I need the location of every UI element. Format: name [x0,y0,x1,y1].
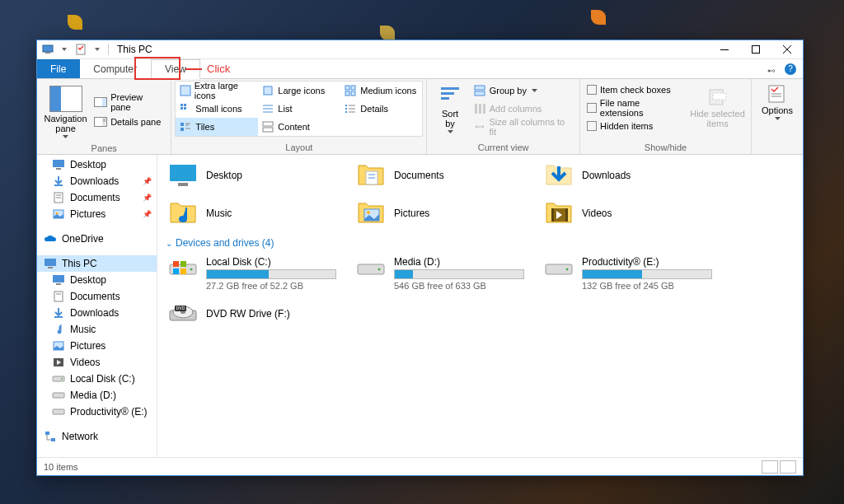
view-tiles-button[interactable] [780,460,796,474]
sidebar-item-documents-qa[interactable]: Documents📌 [37,189,157,206]
close-button[interactable] [771,40,803,59]
chevron-down-icon [775,117,781,120]
folder-tile-downloads[interactable]: Downloads [542,158,715,193]
usage-bar [394,269,524,279]
svg-rect-38 [441,87,459,90]
sidebar-item-downloads[interactable]: Downloads [37,305,157,321]
svg-rect-12 [181,86,190,96]
layout-medium[interactable]: Medium icons [340,82,423,100]
details-pane-button[interactable]: Details pane [91,113,167,131]
options-button[interactable]: Options [755,81,799,124]
layout-large[interactable]: Large icons [258,82,340,100]
small-icons-icon [179,102,192,115]
tab-file[interactable]: File [37,59,80,78]
sort-by-button[interactable]: Sort by [430,81,469,137]
drive-tile-dvd[interactable]: DVDDVD RW Drive (F:) [166,296,339,331]
sidebar-item-videos[interactable]: Videos [37,354,157,371]
svg-rect-42 [475,91,485,96]
view-details-button[interactable] [762,460,778,474]
navigation-pane-button[interactable]: Navigation pane [40,82,91,142]
svg-rect-52 [56,168,61,170]
drive-icon [168,256,198,286]
sidebar-item-pictures[interactable]: Pictures [37,338,157,354]
downloads-icon [52,306,65,320]
file-explorer-window: This PC File Computer View ? Click Navig… [36,40,804,476]
svg-rect-44 [479,104,481,114]
svg-point-85 [190,268,193,271]
this-pc-icon [44,257,57,270]
group-by-button[interactable]: Group by [470,82,576,100]
folder-tile-desktop[interactable]: Desktop [166,158,339,193]
titlebar: This PC [37,40,803,59]
svg-rect-19 [184,104,186,106]
pictures-icon [52,339,65,352]
sort-icon [438,84,462,107]
minimize-button[interactable] [709,40,740,59]
qat-dropdown-icon[interactable] [90,43,105,56]
checkbox-icon [587,103,597,113]
section-devices-and-drives[interactable]: ⌄Devices and drives (4) [166,237,795,249]
layout-list[interactable]: List [258,100,340,118]
svg-rect-86 [173,261,179,267]
content-area: Desktop Downloads📌 Documents📌 Pictures📌 … [37,155,803,457]
svg-rect-15 [351,86,355,90]
navigation-tree: Desktop Downloads📌 Documents📌 Pictures📌 … [37,155,157,457]
pin-ribbon-icon[interactable] [767,64,776,74]
drive-icon [356,256,386,286]
svg-rect-45 [483,104,485,114]
preview-pane-button[interactable]: Preview pane [91,93,167,111]
layout-tiles[interactable]: Tiles [176,118,258,136]
folder-tile-pictures[interactable]: Pictures [354,196,527,231]
layout-extra-large[interactable]: Extra large icons [176,82,258,100]
content-icon [261,120,274,133]
folder-tile-music[interactable]: Music [166,196,339,231]
drive-name: Media (D:) [394,256,524,268]
drive-name: Local Disk (C:) [206,256,336,268]
checkbox-icon [587,121,597,131]
videos-folder-icon [544,198,574,228]
options-icon [766,84,789,104]
drive-tile[interactable]: Local Disk (C:) 27.2 GB free of 52.2 GB [166,254,339,293]
svg-rect-62 [56,283,61,285]
help-icon[interactable]: ? [785,63,796,75]
sidebar-item-desktop[interactable]: Desktop [37,272,157,288]
sidebar-item-local-disk[interactable]: Local Disk (C:) [37,371,157,387]
sidebar-item-music[interactable]: Music [37,321,157,338]
svg-point-69 [61,378,63,380]
sidebar-item-this-pc[interactable]: This PC [37,255,157,272]
sidebar-item-media[interactable]: Media (D:) [37,387,157,404]
usage-bar [582,269,712,279]
folder-tile-videos[interactable]: Videos [542,196,715,231]
layout-details[interactable]: Details [340,100,423,118]
svg-point-80 [367,211,370,214]
size-columns-icon [473,120,486,133]
sidebar-item-productivity[interactable]: Productivity® (E:) [37,404,157,420]
pin-icon: 📌 [143,194,152,202]
sidebar-item-onedrive[interactable]: OneDrive [37,231,157,247]
maximize-button[interactable] [740,40,771,59]
annotation-click-label: Click [185,63,230,75]
hide-selected-items-button: Hide selected items [687,81,748,135]
tab-computer[interactable]: Computer [80,59,151,78]
qat-dropdown-icon[interactable] [57,43,72,56]
item-check-boxes-toggle[interactable]: Item check boxes [584,81,687,99]
svg-rect-40 [441,97,449,100]
layout-content[interactable]: Content [258,118,340,136]
folder-tile-documents[interactable]: Documents [354,158,527,193]
drive-tile[interactable]: Media (D:) 546 GB free of 633 GB [354,254,527,293]
hidden-items-toggle[interactable]: Hidden items [584,117,687,135]
svg-rect-0 [43,45,53,52]
sidebar-item-desktop-qa[interactable]: Desktop [37,156,157,173]
svg-rect-29 [345,111,347,113]
sidebar-item-pictures-qa[interactable]: Pictures📌 [37,206,157,222]
svg-rect-87 [181,261,186,267]
drive-tile[interactable]: Productivity® (E:) 132 GB free of 245 GB [542,254,715,293]
explorer-icon [40,43,55,56]
layout-small[interactable]: Small icons [176,100,258,118]
sidebar-item-network[interactable]: Network [37,428,157,445]
sidebar-item-documents[interactable]: Documents [37,288,157,305]
file-name-extensions-toggle[interactable]: File name extensions [584,99,687,117]
properties-icon[interactable] [73,43,88,56]
sidebar-item-downloads-qa[interactable]: Downloads📌 [37,173,157,189]
svg-rect-34 [181,128,184,131]
